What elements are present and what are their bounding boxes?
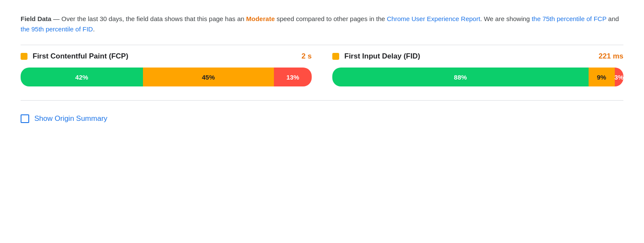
fid-progress-bar: 88% 9% 3% (332, 68, 623, 86)
fid-metric-block: First Input Delay (FID) 221 ms 88% 9% 3% (332, 52, 623, 93)
fcp-bar-green: 42% (21, 68, 143, 86)
moderate-badge: Moderate (246, 15, 275, 22)
fcp-percentile-link[interactable]: the 75th percentile of FCP (532, 15, 606, 22)
fcp-metric-block: First Contentful Paint (FCP) 2 s 42% 45%… (21, 52, 312, 93)
top-divider (21, 45, 623, 45)
field-data-title: Field Data (21, 15, 52, 22)
fcp-progress-bar: 42% 45% 13% (21, 68, 312, 86)
fid-title: First Input Delay (FID) (344, 52, 593, 61)
field-data-description: Field Data — Over the last 30 days, the … (21, 14, 623, 34)
fid-value: 221 ms (598, 52, 623, 61)
description-middle: speed compared to other pages in the (275, 15, 387, 22)
description-end: . (93, 25, 94, 33)
fcp-title: First Contentful Paint (FCP) (33, 52, 296, 61)
fid-bar-red: 3% (615, 68, 623, 86)
field-data-header: Field Data — Over the last 30 days, the … (21, 14, 623, 34)
fcp-header: First Contentful Paint (FCP) 2 s (21, 52, 312, 61)
fcp-bar-red: 13% (274, 68, 312, 86)
show-origin-container[interactable]: Show Origin Summary (21, 114, 623, 123)
fid-icon (332, 53, 339, 60)
fcp-icon (21, 53, 27, 60)
show-origin-checkbox[interactable] (21, 114, 29, 123)
show-origin-label: Show Origin Summary (34, 114, 107, 123)
fcp-value: 2 s (301, 52, 312, 61)
chrome-uxr-link[interactable]: Chrome User Experience Report (387, 15, 480, 22)
fcp-bar-orange: 45% (143, 68, 274, 86)
bottom-divider (21, 100, 623, 101)
description-and: and (606, 15, 619, 22)
fid-percentile-link[interactable]: the 95th percentile of FID (21, 25, 93, 33)
description-after-link: . We are showing (480, 15, 532, 22)
fid-bar-orange: 9% (589, 68, 615, 86)
fid-bar-green: 88% (332, 68, 589, 86)
description-prefix: — Over the last 30 days, the field data … (52, 15, 246, 22)
main-container: Field Data — Over the last 30 days, the … (0, 0, 644, 243)
fid-header: First Input Delay (FID) 221 ms (332, 52, 623, 61)
metrics-row: First Contentful Paint (FCP) 2 s 42% 45%… (21, 52, 623, 93)
